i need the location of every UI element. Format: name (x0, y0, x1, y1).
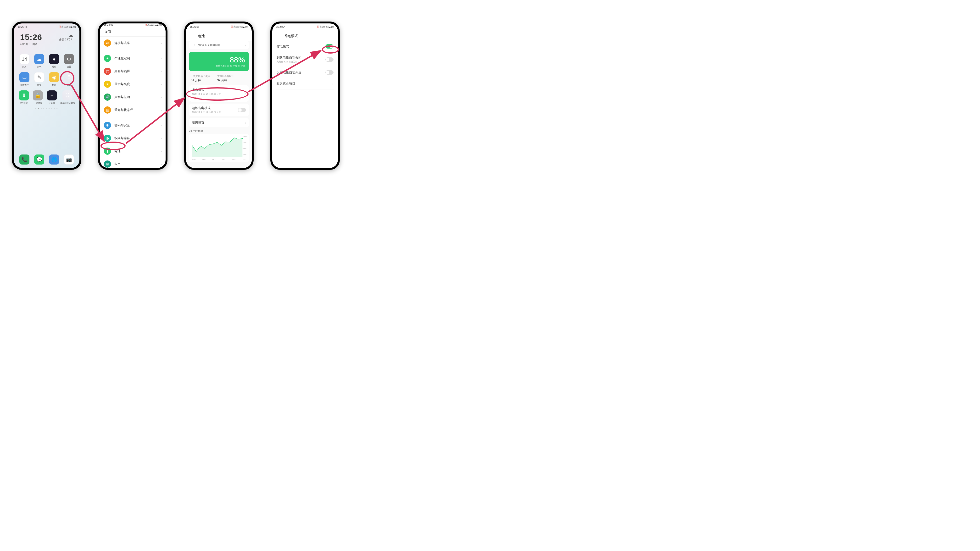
advanced-settings-row[interactable]: 高级设置 › (189, 118, 249, 127)
power-saving-toggle-row[interactable]: 省电模式 (276, 41, 334, 52)
status-bar: 15:27:04 ⏰ ⁂ 5.00 ◈ ☷ ◭ (88) (272, 24, 338, 30)
chevron-right-icon: › (161, 162, 162, 166)
app-计算器[interactable]: ±计算器 (46, 91, 58, 105)
status-icons: ⏰ ⁂ 5.00 ◈ ☷ ◭ (88) (231, 25, 248, 28)
app-日历[interactable]: 14日历 (18, 54, 30, 68)
app-一键锁屏[interactable]: 🔒一键锁屏 (32, 91, 43, 105)
app-label: 唯爱我欲应如故 (60, 102, 75, 105)
row-label: 应用 (115, 162, 158, 166)
row-label: 连接与共享 (115, 41, 158, 45)
app-文件管理[interactable]: ▭文件管理 (18, 72, 30, 87)
app-工具[interactable]: ⠿工具 (63, 72, 75, 87)
status-bar: 15:26:52 ⏰ ⁂ 5.00 ◈ ☷ ◭ (88) (100, 24, 165, 26)
app-时钟[interactable]: ●时钟 (48, 54, 60, 68)
status-bar: 15:26:58 ⏰ ⁂ 5.00 ◈ ☷ ◭ (88) (186, 24, 252, 30)
row-icon: ☀ (104, 81, 111, 88)
settings-row-桌面与锁屏[interactable]: ▢桌面与锁屏› (100, 65, 165, 78)
info-icon: ⓘ (192, 43, 194, 47)
row-label: 显示与亮度 (115, 82, 158, 86)
row-label: 声音与振动 (115, 95, 158, 99)
row-label: 个性化定制 (115, 56, 158, 60)
app-icon: 14 (19, 54, 29, 64)
clock-date: 4月14日，周四 (20, 42, 42, 46)
app-label: 软件商店 (20, 102, 28, 105)
app-icon: 🔒 (33, 91, 43, 100)
chevron-right-icon: › (161, 70, 162, 73)
row-label: 密码与安全 (115, 123, 158, 127)
row-icon: ⊞ (104, 160, 111, 168)
app-icon: ● (49, 54, 59, 64)
auto-on-toggle[interactable] (325, 70, 334, 75)
weather-icon: ☁ (59, 33, 73, 38)
default-optimize-row[interactable]: 默认优化项目 › (276, 78, 334, 89)
weather-widget[interactable]: ☁ 多云 23℃ ↻ (59, 33, 73, 41)
settings-row-应用[interactable]: ⊞应用› (100, 157, 165, 168)
app-唯爱我欲应如故[interactable]: ⠿唯爱我欲应如故 (60, 91, 75, 105)
status-icons: ⏰ ⁂ 5.00 ◈ ☷ ◭ (88) (58, 25, 76, 28)
page-title: 设置 (100, 26, 165, 37)
settings-row-声音与振动[interactable]: 🔊声音与振动› (100, 91, 165, 103)
settings-row-连接与共享[interactable]: ⇄连接与共享› (100, 37, 165, 49)
app-dock[interactable]: 📞 (18, 154, 30, 165)
battery-24h-chart: 100%75%50%25% 16:0020:0000:0004:0008:001… (189, 134, 249, 162)
settings-row-通知与状态栏[interactable]: ▤通知与状态栏› (100, 103, 165, 116)
app-便签[interactable]: ✎便签 (33, 72, 45, 87)
row-icon: ✦ (104, 55, 111, 62)
app-label: 便签 (37, 83, 41, 87)
app-icon: 📷 (64, 154, 74, 165)
app-label: 工具 (67, 83, 71, 87)
auto-on-row[interactable]: 设定电量自动开启 (276, 67, 334, 78)
power-issues-banner[interactable]: ⓘ 已发现 6 个耗电问题 › (189, 41, 249, 49)
settings-row-密码与安全[interactable]: ✱密码与安全› (100, 119, 165, 132)
super-save-toggle[interactable] (238, 108, 246, 112)
back-button[interactable]: ← (191, 33, 195, 38)
app-label: 一键锁屏 (33, 102, 42, 105)
row-label: 通知与状态栏 (115, 108, 158, 112)
status-time: 15:26:52 (104, 24, 113, 26)
app-icon: ☁ (34, 54, 44, 64)
status-bar: 15:26:43 ⏰ ⁂ 5.00 ◈ ☷ ◭ (88) (14, 24, 80, 30)
app-icon: ◉ (49, 72, 59, 82)
status-icons: ⏰ ⁂ 5.00 ◈ ☷ ◭ (88) (145, 24, 162, 26)
chart-title: 24 小时耗电 (189, 129, 249, 133)
auto-off-row[interactable]: 到达电量自动关闭 充电至 90% 自动关闭 (276, 52, 334, 67)
super-power-saving-row[interactable]: 超级省电模式 预计可用 2 天 11 小时 21 分钟 (189, 103, 249, 116)
app-icon: 🌐 (49, 154, 59, 165)
page-title: 电池 (197, 34, 205, 38)
app-设置[interactable]: ⚙设置 (63, 54, 75, 68)
app-dock[interactable]: 📷 (63, 154, 75, 165)
row-label: 电池 (115, 149, 158, 153)
chevron-right-icon: › (161, 41, 162, 45)
chevron-right-icon: › (161, 137, 162, 140)
app-相册[interactable]: ◉相册 (48, 72, 60, 87)
app-icon: ⚙ (64, 54, 74, 64)
chevron-right-icon: › (245, 44, 246, 47)
auto-off-toggle[interactable] (325, 57, 334, 62)
battery-estimate: 预计可用 1 天 15 小时 37 分钟 (193, 64, 245, 67)
row-icon: 🔊 (104, 94, 111, 101)
chevron-right-icon: › (245, 121, 246, 125)
app-icon: ⠿ (64, 72, 74, 82)
status-time: 15:26:58 (190, 25, 199, 28)
power-saving-mode-row[interactable]: 省电模式 预计可用 1 天 17 小时 45 分钟 未开启 › (189, 86, 249, 102)
app-label: 时钟 (52, 65, 56, 68)
back-button[interactable]: ← (277, 33, 281, 38)
app-dock[interactable]: 💬 (33, 154, 45, 165)
app-dock[interactable]: 🌐 (48, 154, 60, 165)
settings-row-权限与隐私[interactable]: ◑权限与隐私› (100, 132, 165, 144)
row-label: 桌面与锁屏 (115, 69, 158, 73)
settings-row-显示与亮度[interactable]: ☀显示与亮度› (100, 78, 165, 91)
app-天气[interactable]: ☁天气 (33, 54, 45, 68)
app-label: 天气 (37, 65, 41, 68)
clock-widget[interactable]: 15:26 4月14日，周四 ☁ 多云 23℃ ↻ (14, 30, 80, 50)
settings-row-个性化定制[interactable]: ✦个性化定制› (100, 52, 165, 65)
battery-percent: 88% (193, 56, 245, 64)
settings-row-电池[interactable]: ▮电池› (100, 144, 165, 157)
page-dots: ○ ● ○ ○ ○ ○ ○ ○ ○ (14, 105, 80, 113)
app-label: 设置 (67, 65, 71, 68)
power-saving-toggle[interactable] (325, 44, 334, 49)
row-label: 权限与隐私 (115, 136, 158, 140)
clock-time: 15:26 (20, 33, 42, 42)
chevron-right-icon: › (161, 149, 162, 153)
app-软件商店[interactable]: ⬇软件商店 (18, 91, 30, 105)
